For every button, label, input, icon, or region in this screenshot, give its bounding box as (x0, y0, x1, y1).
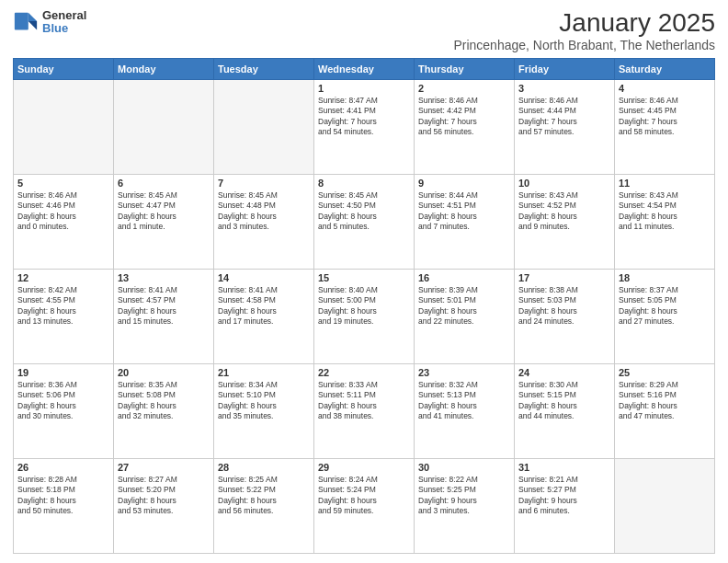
cell-info: Sunrise: 8:35 AM Sunset: 5:08 PM Dayligh… (118, 380, 210, 422)
logo-blue-label: Blue (42, 22, 86, 35)
table-row: 2Sunrise: 8:46 AM Sunset: 4:42 PM Daylig… (415, 79, 515, 174)
cell-info: Sunrise: 8:30 AM Sunset: 5:15 PM Dayligh… (518, 380, 610, 422)
table-row: 7Sunrise: 8:45 AM Sunset: 4:48 PM Daylig… (214, 174, 314, 269)
day-number: 17 (518, 272, 610, 283)
cell-info: Sunrise: 8:34 AM Sunset: 5:10 PM Dayligh… (218, 380, 310, 422)
calendar-week-row: 1Sunrise: 8:47 AM Sunset: 4:41 PM Daylig… (14, 79, 715, 174)
table-row: 22Sunrise: 8:33 AM Sunset: 5:11 PM Dayli… (314, 363, 415, 458)
table-row: 17Sunrise: 8:38 AM Sunset: 5:03 PM Dayli… (515, 269, 615, 363)
table-row: 13Sunrise: 8:41 AM Sunset: 4:57 PM Dayli… (114, 269, 214, 363)
table-row: 3Sunrise: 8:46 AM Sunset: 4:44 PM Daylig… (515, 79, 615, 174)
day-number: 14 (218, 272, 310, 283)
table-row: 26Sunrise: 8:28 AM Sunset: 5:18 PM Dayli… (14, 458, 114, 553)
cell-info: Sunrise: 8:43 AM Sunset: 4:54 PM Dayligh… (619, 190, 711, 233)
table-row: 28Sunrise: 8:25 AM Sunset: 5:22 PM Dayli… (214, 458, 314, 553)
logo-icon (13, 9, 39, 35)
col-thursday: Thursday (415, 58, 515, 79)
cell-info: Sunrise: 8:44 AM Sunset: 4:51 PM Dayligh… (418, 190, 510, 233)
day-number: 15 (318, 272, 410, 283)
cell-info: Sunrise: 8:42 AM Sunset: 4:55 PM Dayligh… (17, 285, 109, 327)
table-row: 14Sunrise: 8:41 AM Sunset: 4:58 PM Dayli… (214, 269, 314, 363)
svg-rect-2 (15, 13, 28, 30)
day-number: 30 (418, 462, 510, 473)
cell-info: Sunrise: 8:33 AM Sunset: 5:11 PM Dayligh… (318, 380, 410, 422)
svg-marker-0 (28, 13, 37, 21)
cell-info: Sunrise: 8:39 AM Sunset: 5:01 PM Dayligh… (418, 285, 510, 327)
table-row: 10Sunrise: 8:43 AM Sunset: 4:52 PM Dayli… (515, 174, 615, 269)
table-row: 11Sunrise: 8:43 AM Sunset: 4:54 PM Dayli… (615, 174, 715, 269)
table-row (615, 458, 715, 553)
col-wednesday: Wednesday (314, 58, 415, 79)
table-row: 18Sunrise: 8:37 AM Sunset: 5:05 PM Dayli… (615, 269, 715, 363)
day-number: 1 (318, 83, 410, 94)
table-row: 9Sunrise: 8:44 AM Sunset: 4:51 PM Daylig… (415, 174, 515, 269)
day-number: 31 (518, 462, 610, 473)
day-number: 27 (118, 462, 210, 473)
sub-title: Princenhage, North Brabant, The Netherla… (453, 38, 715, 52)
day-number: 8 (318, 178, 410, 189)
cell-info: Sunrise: 8:24 AM Sunset: 5:24 PM Dayligh… (318, 475, 410, 517)
col-monday: Monday (114, 58, 214, 79)
table-row: 25Sunrise: 8:29 AM Sunset: 5:16 PM Dayli… (615, 363, 715, 458)
calendar-week-row: 5Sunrise: 8:46 AM Sunset: 4:46 PM Daylig… (14, 174, 715, 269)
col-friday: Friday (515, 58, 615, 79)
day-number: 2 (418, 83, 510, 94)
cell-info: Sunrise: 8:22 AM Sunset: 5:25 PM Dayligh… (418, 475, 510, 517)
day-number: 7 (218, 178, 310, 189)
table-row: 8Sunrise: 8:45 AM Sunset: 4:50 PM Daylig… (314, 174, 415, 269)
table-row: 23Sunrise: 8:32 AM Sunset: 5:13 PM Dayli… (415, 363, 515, 458)
table-row (114, 79, 214, 174)
day-number: 3 (518, 83, 610, 94)
cell-info: Sunrise: 8:46 AM Sunset: 4:46 PM Dayligh… (17, 190, 109, 233)
table-row: 29Sunrise: 8:24 AM Sunset: 5:24 PM Dayli… (314, 458, 415, 553)
cell-info: Sunrise: 8:43 AM Sunset: 4:52 PM Dayligh… (518, 190, 610, 233)
logo: General Blue (13, 9, 86, 36)
calendar-week-row: 26Sunrise: 8:28 AM Sunset: 5:18 PM Dayli… (14, 458, 715, 553)
title-block: January 2025 Princenhage, North Brabant,… (453, 9, 715, 52)
cell-info: Sunrise: 8:27 AM Sunset: 5:20 PM Dayligh… (118, 475, 210, 517)
table-row (214, 79, 314, 174)
cell-info: Sunrise: 8:40 AM Sunset: 5:00 PM Dayligh… (318, 285, 410, 327)
logo-general-label: General (42, 9, 86, 22)
day-number: 20 (118, 367, 210, 378)
cell-info: Sunrise: 8:38 AM Sunset: 5:03 PM Dayligh… (518, 285, 610, 327)
cell-info: Sunrise: 8:25 AM Sunset: 5:22 PM Dayligh… (218, 475, 310, 517)
cell-info: Sunrise: 8:46 AM Sunset: 4:44 PM Dayligh… (518, 96, 610, 138)
day-number: 4 (619, 83, 711, 94)
day-number: 16 (418, 272, 510, 283)
table-row: 15Sunrise: 8:40 AM Sunset: 5:00 PM Dayli… (314, 269, 415, 363)
table-row: 20Sunrise: 8:35 AM Sunset: 5:08 PM Dayli… (114, 363, 214, 458)
cell-info: Sunrise: 8:21 AM Sunset: 5:27 PM Dayligh… (518, 475, 610, 517)
day-number: 5 (17, 178, 109, 189)
col-tuesday: Tuesday (214, 58, 314, 79)
cell-info: Sunrise: 8:37 AM Sunset: 5:05 PM Dayligh… (619, 285, 711, 327)
table-row: 24Sunrise: 8:30 AM Sunset: 5:15 PM Dayli… (515, 363, 615, 458)
cell-info: Sunrise: 8:32 AM Sunset: 5:13 PM Dayligh… (418, 380, 510, 422)
table-row: 21Sunrise: 8:34 AM Sunset: 5:10 PM Dayli… (214, 363, 314, 458)
day-number: 13 (118, 272, 210, 283)
table-row: 12Sunrise: 8:42 AM Sunset: 4:55 PM Dayli… (14, 269, 114, 363)
cell-info: Sunrise: 8:45 AM Sunset: 4:47 PM Dayligh… (118, 190, 210, 233)
day-number: 29 (318, 462, 410, 473)
calendar-week-row: 12Sunrise: 8:42 AM Sunset: 4:55 PM Dayli… (14, 269, 715, 363)
day-number: 22 (318, 367, 410, 378)
table-row (14, 79, 114, 174)
col-saturday: Saturday (615, 58, 715, 79)
table-row: 19Sunrise: 8:36 AM Sunset: 5:06 PM Dayli… (14, 363, 114, 458)
logo-text: General Blue (42, 9, 86, 36)
day-number: 12 (17, 272, 109, 283)
cell-info: Sunrise: 8:29 AM Sunset: 5:16 PM Dayligh… (619, 380, 711, 422)
day-number: 28 (218, 462, 310, 473)
calendar-week-row: 19Sunrise: 8:36 AM Sunset: 5:06 PM Dayli… (14, 363, 715, 458)
cell-info: Sunrise: 8:41 AM Sunset: 4:58 PM Dayligh… (218, 285, 310, 327)
day-number: 10 (518, 178, 610, 189)
cell-info: Sunrise: 8:47 AM Sunset: 4:41 PM Dayligh… (318, 96, 410, 138)
day-number: 21 (218, 367, 310, 378)
calendar: Sunday Monday Tuesday Wednesday Thursday… (13, 58, 715, 554)
cell-info: Sunrise: 8:45 AM Sunset: 4:48 PM Dayligh… (218, 190, 310, 233)
day-number: 25 (619, 367, 711, 378)
cell-info: Sunrise: 8:28 AM Sunset: 5:18 PM Dayligh… (17, 475, 109, 517)
main-title: January 2025 (453, 9, 715, 38)
day-number: 19 (17, 367, 109, 378)
day-number: 11 (619, 178, 711, 189)
